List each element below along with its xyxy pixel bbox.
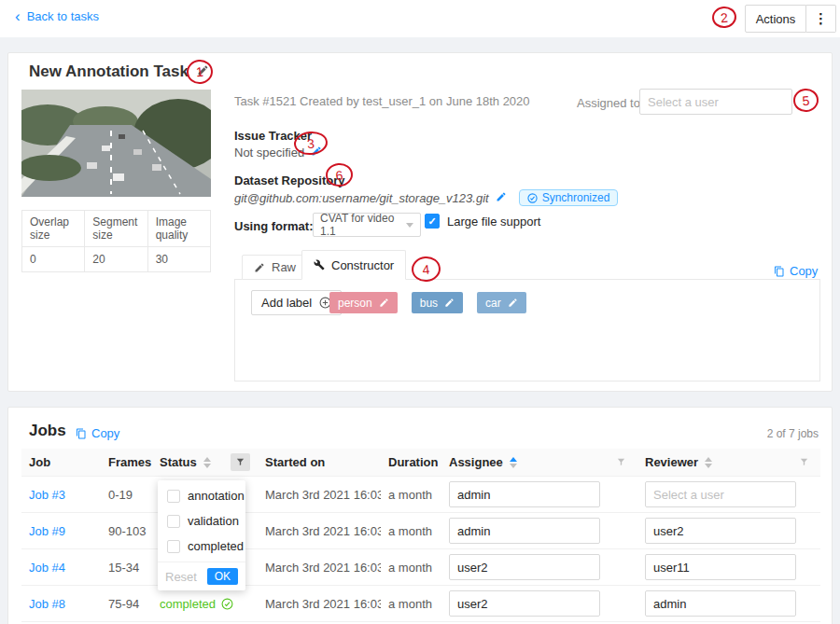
add-label-text: Add label	[261, 296, 312, 310]
checkbox-icon[interactable]	[167, 515, 180, 528]
sync-status-badge: Synchronized	[519, 189, 619, 206]
actions-group: Actions ⋮	[745, 5, 836, 33]
column-header-reviewer: Reviewer	[637, 455, 820, 469]
repository-url: git@github.com:username/git_storage_v123…	[234, 191, 489, 205]
pencil-icon[interactable]	[508, 298, 518, 308]
job-link[interactable]: Job #9	[29, 524, 65, 538]
check-circle-icon	[221, 598, 233, 610]
tab-constructor-label: Constructor	[331, 258, 394, 272]
assignee-input[interactable]	[449, 518, 600, 544]
reviewer-input[interactable]	[645, 481, 796, 507]
tab-raw[interactable]: Raw	[242, 255, 308, 280]
duration-cell: a month	[381, 488, 441, 502]
param-value: 20	[85, 247, 147, 272]
assignee-select-input[interactable]	[639, 89, 792, 115]
params-value-row: 0 20 30	[22, 247, 211, 272]
filter-ok-button[interactable]: OK	[207, 568, 238, 585]
frames-cell: 75-94	[101, 597, 152, 611]
filter-option-completed[interactable]: completed	[158, 534, 245, 559]
issue-tracker-text: Not specified	[234, 146, 304, 159]
duration-cell: a month	[381, 524, 441, 538]
large-file-checkbox[interactable]: ✓	[425, 214, 440, 229]
params-header-row: Overlap size Segment size Image quality	[22, 211, 211, 247]
reviewer-input[interactable]	[645, 590, 796, 617]
jobs-count: 2 of 7 jobs	[767, 427, 819, 440]
task-meta: Task #1521 Created by test_user_1 on Jun…	[234, 94, 530, 108]
dataset-repository-row: git@github.com:username/git_storage_v123…	[234, 189, 618, 206]
filter-status-icon[interactable]	[231, 453, 250, 471]
started-cell: March 3rd 2021 16:03	[258, 488, 381, 502]
using-format-label: Using format:	[234, 219, 314, 233]
check-circle-icon	[527, 193, 538, 203]
param-header: Overlap size	[22, 211, 85, 247]
job-link[interactable]: Job #3	[29, 488, 65, 502]
status-header-text: Status	[160, 455, 197, 469]
frames-cell: 90-103	[101, 524, 152, 538]
copy-icon	[774, 266, 785, 277]
param-header: Segment size	[85, 211, 147, 247]
filter-footer: Reset OK	[158, 562, 245, 590]
label-chip-person[interactable]: person	[329, 292, 398, 313]
assignee-input[interactable]	[449, 481, 600, 507]
chevron-left-icon: ‹	[15, 10, 21, 23]
assigned-to-label: Assigned to	[577, 96, 640, 110]
status-filter-dropdown: annotation validation completed Reset OK	[158, 480, 245, 590]
copy-labels-link[interactable]: Copy	[774, 264, 818, 278]
status-badge: completed	[160, 597, 233, 611]
tab-constructor[interactable]: Constructor	[301, 250, 406, 280]
sort-status-icon[interactable]	[203, 457, 211, 468]
add-label-button[interactable]: Add label	[251, 290, 342, 315]
format-select[interactable]: CVAT for video 1.1	[313, 213, 421, 237]
task-params-table: Overlap size Segment size Image quality …	[21, 210, 211, 272]
label-chip-car[interactable]: car	[477, 292, 526, 313]
checkbox-icon[interactable]	[167, 540, 180, 553]
column-header-status: Status	[152, 453, 258, 471]
task-details-card: New Annotation Task	[7, 52, 833, 392]
duration-cell: a month	[381, 597, 441, 611]
copy-jobs-link[interactable]: Copy	[76, 426, 119, 440]
label-chip-bus[interactable]: bus	[412, 292, 463, 313]
reviewer-header-text: Reviewer	[645, 455, 698, 469]
filter-option-validation[interactable]: validation	[158, 508, 245, 534]
column-header-job: Job	[21, 455, 101, 469]
tab-raw-label: Raw	[272, 260, 296, 274]
sync-status-text: Synchronized	[542, 191, 610, 204]
filter-reset-button[interactable]: Reset	[165, 570, 197, 584]
duration-cell: a month	[381, 561, 441, 575]
column-header-frames: Frames	[101, 455, 152, 469]
param-value: 0	[22, 247, 85, 272]
job-link[interactable]: Job #4	[29, 561, 65, 575]
filter-assignee-icon[interactable]	[616, 457, 626, 467]
more-menu-button[interactable]: ⋮	[806, 5, 836, 33]
filter-option-annotation[interactable]: annotation	[158, 483, 245, 508]
task-title-text: New Annotation Task	[29, 62, 189, 81]
task-preview-image	[21, 90, 211, 197]
job-link[interactable]: Job #8	[29, 597, 65, 611]
filter-option-label: validation	[188, 514, 239, 528]
filter-reviewer-icon[interactable]	[799, 457, 809, 467]
page-title: New Annotation Task	[29, 62, 209, 81]
pencil-icon[interactable]	[379, 298, 389, 308]
assignee-header-text: Assignee	[449, 455, 503, 469]
sort-assignee-icon[interactable]	[510, 457, 517, 468]
sort-reviewer-icon[interactable]	[705, 457, 712, 468]
chevron-down-icon	[406, 223, 413, 228]
label-chip-text: car	[485, 297, 501, 310]
table-row: Job #8 75-94 completed March 3rd 2021 16…	[21, 586, 820, 622]
actions-button[interactable]: Actions	[745, 5, 806, 33]
jobs-table-header: Job Frames Status Started on Duration As…	[21, 449, 820, 477]
reviewer-input[interactable]	[645, 554, 796, 580]
back-to-tasks-link[interactable]: ‹ Back to tasks	[15, 9, 99, 23]
param-value: 30	[147, 247, 210, 272]
label-chip-text: person	[338, 297, 372, 310]
assignee-input[interactable]	[449, 554, 600, 580]
large-file-support: ✓ Large file support	[425, 214, 540, 229]
assignee-input[interactable]	[449, 590, 600, 617]
checkbox-icon[interactable]	[167, 490, 180, 503]
table-row: Job #3 0-19 March 3rd 2021 16:03 a month	[21, 477, 820, 513]
filter-option-label: completed	[188, 539, 244, 553]
pencil-icon[interactable]	[444, 298, 455, 308]
format-value: CVAT for video 1.1	[320, 212, 406, 238]
edit-repository-icon[interactable]	[496, 191, 507, 205]
reviewer-input[interactable]	[645, 518, 796, 544]
